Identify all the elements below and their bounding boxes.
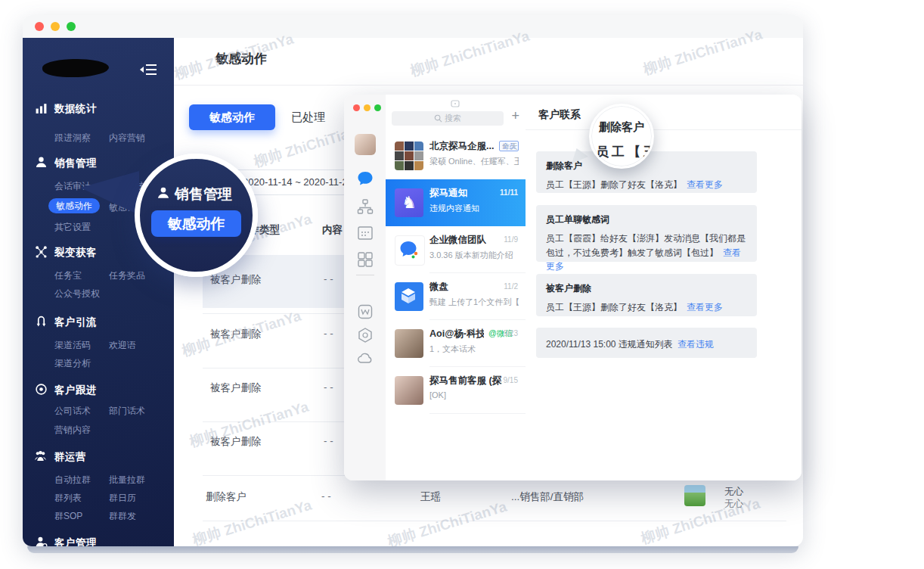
traffic-light-close[interactable] xyxy=(35,22,44,31)
conversation-row[interactable]: 企业微信团队 11/9 3.0.36 版本新功能介绍 xyxy=(386,226,526,273)
sidebar-item-active[interactable]: 敏感动作 xyxy=(48,198,100,213)
sidebar-item[interactable]: 部门话术 xyxy=(109,405,145,418)
sidebar-item[interactable]: 任务宝 xyxy=(54,269,82,282)
conversation-list: 搜索 + 北京探马企服... 全员 昨天 梁硕 Online、任耀军、王... … xyxy=(386,95,526,480)
chat-tab-icon[interactable] xyxy=(357,170,374,187)
app-hub-icon[interactable] xyxy=(357,327,374,344)
logo xyxy=(42,58,110,78)
sidebar-group-stats[interactable]: 数据统计 xyxy=(54,102,97,116)
target-icon xyxy=(35,383,48,396)
sidebar-item[interactable]: 内容营销 xyxy=(109,132,145,145)
conversation-row[interactable]: Aoi@杨-科技 @微信 9/23 1，文本话术 xyxy=(386,320,526,367)
search-placeholder: 搜索 xyxy=(445,113,461,123)
conversation-time: 9/15 xyxy=(504,376,518,384)
sidebar-item[interactable]: 群SOP xyxy=(54,510,82,523)
window-mode-icon xyxy=(451,100,460,107)
sidebar-item[interactable]: 任务奖品 xyxy=(109,269,145,282)
view-more-link[interactable]: 查看更多 xyxy=(687,179,723,190)
sidebar-group-leads[interactable]: 客户引流 xyxy=(54,316,97,329)
calendar-tab-icon[interactable] xyxy=(357,225,374,241)
sidebar-item[interactable]: 欢迎语 xyxy=(109,339,136,352)
callout-active-item: 敏感动作 xyxy=(151,210,241,237)
rail-divider xyxy=(356,275,374,275)
conversation-name: 探马售前客服 (探... xyxy=(429,375,502,387)
cell-type: 被客户删除 xyxy=(210,273,262,287)
panel-title: 客户联系 xyxy=(538,108,581,122)
conversation-preview: 甄建 上传了1个文件到【公... xyxy=(429,297,519,308)
conversation-row[interactable]: 微盘 11/2 甄建 上传了1个文件到【公... xyxy=(386,273,526,320)
magnifier-clipped-text: 员工【王 xyxy=(596,143,654,160)
sidebar-group-community[interactable]: 群运营 xyxy=(54,450,86,464)
conversation-name: 企业微信团队 xyxy=(429,234,486,247)
traffic-light-minimize[interactable] xyxy=(51,22,60,31)
sidebar-item[interactable]: 渠道分析 xyxy=(54,357,91,370)
contact-avatar xyxy=(395,329,423,358)
panel-divider xyxy=(526,129,802,130)
tab-processed[interactable]: 已处理 xyxy=(291,110,325,125)
conversation-time: 11/2 xyxy=(504,282,518,291)
search-input[interactable]: 搜索 xyxy=(392,111,504,126)
sidebar-item[interactable]: 公众号授权 xyxy=(54,288,100,300)
traffic-light-zoom[interactable] xyxy=(67,22,76,31)
conversation-row[interactable]: 探马售前客服 (探... 9/15 [OK] xyxy=(386,367,526,414)
cell-department: ...销售部/直销部 xyxy=(511,490,584,504)
sidebar-item[interactable]: 渠道活码 xyxy=(54,339,91,352)
customer-contact-panel: 客户联系 删除客户 员工【王源】删除了好友【洛克】查看更多 员工单聊敏感词 员工… xyxy=(526,95,802,480)
cloud-disk-icon[interactable] xyxy=(357,350,374,367)
cell-content: - - xyxy=(324,435,333,446)
sidebar-item[interactable]: 群日历 xyxy=(109,492,136,505)
customer-manage-icon xyxy=(35,536,48,546)
cell-type: 被客户删除 xyxy=(210,435,262,449)
contact-avatar xyxy=(395,376,423,405)
sidebar-group-fission[interactable]: 裂变获客 xyxy=(54,246,97,260)
sidebar-item[interactable]: 批量拉群 xyxy=(109,474,145,487)
column-header-content: 内容 xyxy=(322,223,343,237)
card-title: 被客户删除 xyxy=(546,282,747,295)
sidebar-item[interactable]: 公司话术 xyxy=(54,405,91,418)
conversation-name: 微盘 xyxy=(429,281,448,294)
user-icon xyxy=(157,186,170,200)
cell-type: 删除客户 xyxy=(206,490,247,504)
sidebar-group-sales[interactable]: 销售管理 xyxy=(54,157,97,170)
user-avatar[interactable] xyxy=(355,134,376,155)
conversation-row[interactable]: 北京探马企服... 全员 昨天 梁硕 Online、任耀军、王... xyxy=(386,132,526,179)
traffic-light-zoom[interactable] xyxy=(374,104,381,111)
funnel-icon xyxy=(35,315,48,328)
groups-icon xyxy=(34,449,47,462)
workspace-tab-icon[interactable] xyxy=(357,251,374,268)
cell-content: - - xyxy=(324,328,333,339)
view-more-link[interactable]: 查看更多 xyxy=(687,302,723,312)
cell-type: 被客户删除 xyxy=(210,328,262,341)
sidebar-group-followup[interactable]: 客户跟进 xyxy=(54,384,97,397)
card-body: 员工【王源】删除了好友【洛克】 xyxy=(546,302,682,312)
sidebar-item[interactable]: 营销内容 xyxy=(54,424,91,437)
group-avatar xyxy=(395,141,423,170)
sidebar-item[interactable]: 群群发 xyxy=(109,510,136,523)
sidebar-item[interactable]: 跟进洞察 xyxy=(54,132,91,145)
contacts-tab-icon[interactable] xyxy=(357,198,374,215)
conversation-row-selected[interactable]: 探马通知 11/11 违规内容通知 xyxy=(386,179,526,226)
tab-sensitive-actions[interactable]: 敏感动作 xyxy=(189,104,275,130)
chat-rail xyxy=(344,95,386,480)
sidebar-item[interactable]: 其它设置 xyxy=(54,221,91,234)
card-body: 员工【霞霞】给好友【澎湃】发动消息【我们都是包过，不过免费考】触发了敏感词【包过… xyxy=(546,233,746,258)
cell-content: - - xyxy=(321,490,331,502)
sidebar-item[interactable]: 群列表 xyxy=(54,492,82,505)
traffic-light-minimize[interactable] xyxy=(364,104,371,111)
sidebar-item[interactable]: 自动拉群 xyxy=(54,474,91,487)
search-icon xyxy=(434,114,442,123)
customer-avatar xyxy=(684,485,705,506)
row-separator xyxy=(203,521,786,521)
header-divider xyxy=(174,85,803,86)
cell-customer-nick: 无心 xyxy=(724,498,743,511)
add-button[interactable]: + xyxy=(511,108,519,124)
conversation-name: 北京探马企服... xyxy=(429,140,494,153)
conversation-preview: 3.0.36 版本新功能介绍 xyxy=(429,250,513,261)
sidebar-group-customers[interactable]: 客户管理 xyxy=(54,536,97,546)
view-violation-link[interactable]: 查看违规 xyxy=(677,339,714,350)
callout-circle: 销售管理 敏感动作 xyxy=(135,154,258,277)
traffic-light-close[interactable] xyxy=(353,104,360,111)
fission-icon xyxy=(35,245,48,258)
docs-tab-icon[interactable] xyxy=(357,303,374,320)
sidebar-collapse-icon[interactable] xyxy=(140,62,158,77)
